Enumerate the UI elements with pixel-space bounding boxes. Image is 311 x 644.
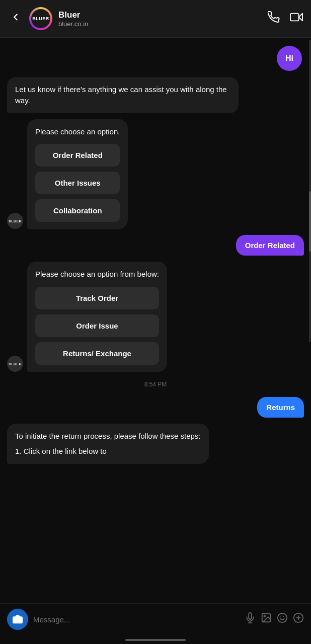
second-options-row: BLUER Please choose an option from below…: [7, 262, 304, 372]
message-input[interactable]: [33, 615, 240, 624]
scrollbar-track: [309, 40, 311, 342]
plus-button[interactable]: [293, 612, 304, 626]
svg-point-6: [264, 615, 265, 617]
call-icon[interactable]: [268, 11, 280, 26]
svg-marker-1: [299, 14, 302, 21]
bot-avatar-1: BLUER: [7, 213, 23, 229]
first-options-bubble: Please choose an option. Order Related O…: [27, 119, 128, 229]
input-bar: [0, 603, 311, 644]
chat-header: BLUER Bluer bluer.co.in: [0, 0, 311, 38]
camera-icon: [13, 614, 23, 624]
option-order-issue[interactable]: Order Issue: [35, 314, 159, 337]
hi-bubble: Hi: [277, 46, 302, 71]
sticker-button[interactable]: [277, 612, 288, 626]
first-prompt-text: Please choose an option.: [35, 126, 120, 137]
first-options-row: BLUER Please choose an option. Order Rel…: [7, 119, 304, 229]
timestamp: 8:54 PM: [7, 381, 304, 388]
bot-avatar-2: BLUER: [7, 356, 23, 372]
user-reply-returns: Returns: [257, 397, 304, 418]
header-actions: [268, 11, 303, 26]
option-other-issues[interactable]: Other Issues: [35, 172, 120, 194]
scrollbar-thumb[interactable]: [309, 191, 311, 252]
user-reply-order-related: Order Related: [236, 235, 304, 256]
second-options-bubble: Please choose an option from below: Trac…: [27, 262, 167, 372]
image-button[interactable]: [261, 612, 272, 626]
return-process-bubble: To initiate the return process, please f…: [7, 424, 209, 464]
option-track-order[interactable]: Track Order: [35, 287, 159, 309]
contact-url: bluer.co.in: [58, 20, 268, 28]
contact-info: Bluer bluer.co.in: [58, 10, 268, 28]
contact-avatar: BLUER: [29, 7, 52, 30]
home-indicator: [125, 639, 186, 641]
camera-button[interactable]: [7, 609, 28, 630]
svg-point-7: [278, 613, 287, 622]
svg-point-2: [16, 618, 20, 622]
option-returns-exchange[interactable]: Returns/ Exchange: [35, 342, 159, 365]
second-prompt-text: Please choose an option from below:: [35, 269, 159, 280]
welcome-text: Let us know if there's anything we can a…: [15, 85, 227, 105]
chat-area: Hi Let us know if there's anything we ca…: [0, 38, 311, 601]
option-collaboration[interactable]: Collaboration: [35, 199, 120, 222]
contact-name: Bluer: [58, 10, 268, 20]
video-icon[interactable]: [290, 11, 303, 26]
mic-button[interactable]: [245, 612, 256, 626]
back-button[interactable]: [8, 10, 23, 28]
option-order-related[interactable]: Order Related: [35, 144, 120, 167]
return-msg-1: To initiate the return process, please f…: [15, 431, 201, 442]
welcome-bubble: Let us know if there's anything we can a…: [7, 77, 239, 113]
return-msg-2: 1. Click on the link below to: [15, 446, 201, 457]
avatar-initials: BLUER: [31, 9, 50, 28]
svg-rect-0: [290, 14, 299, 21]
